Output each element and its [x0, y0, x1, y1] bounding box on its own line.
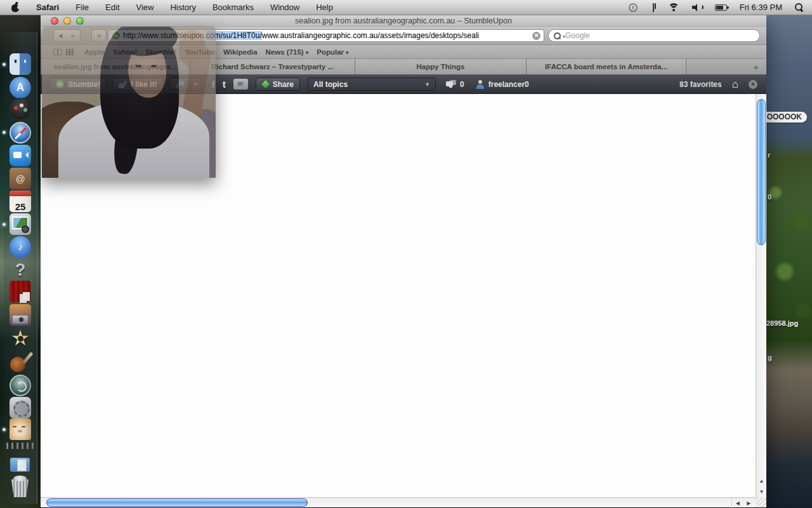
webcam-photo-translucent-region: [42, 27, 216, 94]
running-indicator: [3, 63, 6, 66]
horizontal-scrollbar[interactable]: ◀ ▶: [41, 497, 756, 507]
topics-dropdown[interactable]: All topics ▼: [308, 77, 436, 91]
minimize-window-button[interactable]: [63, 17, 71, 25]
apple-menu-icon[interactable]: [11, 3, 20, 12]
wifi-icon[interactable]: [668, 3, 679, 11]
scroll-down-arrow[interactable]: ▼: [759, 489, 764, 495]
running-indicator: [3, 223, 6, 226]
horizontal-scrollbar-thumb[interactable]: [46, 498, 308, 507]
menu-bar: Safari File Edit View History Bookmarks …: [0, 0, 812, 15]
facetime-icon[interactable]: [10, 145, 31, 166]
home-icon[interactable]: ⌂: [732, 78, 738, 91]
menu-help[interactable]: Help: [316, 3, 333, 12]
time-machine-status-icon[interactable]: [629, 3, 638, 12]
menu-edit[interactable]: Edit: [105, 3, 119, 12]
close-toolbar-icon[interactable]: ×: [749, 80, 757, 89]
favorites-count[interactable]: 83 favorites: [679, 80, 722, 89]
desktop-right-strip: OOOOOK r 0 28958.jpg g: [766, 15, 812, 508]
menu-view[interactable]: View: [136, 3, 154, 12]
window-title: sealion.jpg from australiangeographic.co…: [41, 17, 766, 25]
menu-history[interactable]: History: [170, 3, 195, 12]
dock-divider: [6, 443, 34, 449]
url-text-rest: www.australiangeographic.com.au/assets/i…: [262, 31, 479, 40]
volume-icon[interactable]: [692, 3, 702, 11]
webcam-photo-overlay[interactable]: [42, 27, 216, 178]
clear-url-icon[interactable]: ✕: [532, 32, 540, 40]
address-book-icon[interactable]: @: [10, 168, 31, 189]
window-resize-grip[interactable]: [756, 497, 766, 507]
running-indicator: [3, 428, 6, 431]
email-share-button[interactable]: ✉: [233, 79, 248, 90]
iphoto-icon[interactable]: [10, 213, 31, 235]
webcam-photo-opaque-region: [42, 94, 216, 178]
twitter-share-icon[interactable]: t: [223, 79, 226, 90]
trash-icon[interactable]: [10, 476, 31, 498]
missing-app-icon[interactable]: ?: [10, 259, 31, 281]
bookmark-popular-folder[interactable]: Popular: [317, 48, 348, 56]
vertical-scrollbar[interactable]: ▲ ▼: [756, 94, 766, 497]
safari-icon[interactable]: [10, 122, 31, 144]
chevron-down-icon: ▼: [424, 81, 430, 88]
new-tab-button[interactable]: +: [753, 62, 759, 72]
scroll-right-arrow[interactable]: ▶: [747, 500, 750, 506]
zoom-window-button[interactable]: [76, 17, 84, 25]
ical-icon[interactable]: 25: [10, 190, 31, 212]
cat-photo-icon[interactable]: [10, 418, 31, 440]
comments-count[interactable]: 0: [460, 80, 464, 89]
imovie-icon[interactable]: ★: [10, 327, 31, 349]
image-capture-icon[interactable]: [10, 304, 31, 326]
comments-icon[interactable]: [446, 80, 456, 88]
itunes-icon[interactable]: ♪: [10, 236, 31, 258]
desktop-file-label[interactable]: 28958.jpg: [766, 319, 798, 327]
close-window-button[interactable]: [51, 17, 58, 25]
desktop-file-label[interactable]: r: [768, 151, 770, 159]
scroll-left-arrow[interactable]: ◀: [736, 500, 740, 506]
battery-icon[interactable]: [715, 4, 727, 11]
time-machine-icon[interactable]: [10, 375, 31, 396]
username-label[interactable]: freelancer0: [488, 80, 529, 89]
tab-happy-things[interactable]: Happy Things: [355, 59, 527, 74]
share-gem-icon: [260, 79, 270, 90]
finder-icon[interactable]: [10, 53, 31, 75]
search-placeholder: Google: [565, 31, 590, 40]
running-indicator: [3, 131, 6, 134]
desktop-file-label[interactable]: g: [768, 354, 772, 361]
google-search-field[interactable]: ▼ Google: [548, 29, 760, 42]
menu-app-name[interactable]: Safari: [36, 3, 59, 12]
system-preferences-icon[interactable]: [10, 397, 31, 418]
menu-window[interactable]: Window: [270, 3, 299, 12]
menu-bar-clock[interactable]: Fri 6:39 PM: [740, 3, 782, 12]
menu-file[interactable]: File: [75, 3, 89, 12]
desktop-file-label[interactable]: 0: [768, 193, 771, 201]
documents-folder-icon[interactable]: [10, 453, 31, 474]
bluetooth-icon[interactable]: [650, 3, 655, 12]
tab-ifacca[interactable]: IFACCA board meets in Amsterda...: [527, 59, 686, 74]
garageband-icon[interactable]: [10, 351, 31, 373]
photo-booth-icon[interactable]: [10, 281, 31, 302]
dashboard-icon[interactable]: [10, 98, 31, 119]
bookmark-wikipedia[interactable]: Wikipedia: [223, 48, 258, 56]
search-icon: ▼: [554, 32, 563, 40]
scroll-up-arrow[interactable]: ▲: [759, 478, 764, 484]
user-avatar-icon[interactable]: [476, 80, 485, 89]
desktop-left-strip: A @ 25 ♪ ? ★: [0, 15, 41, 508]
app-store-icon[interactable]: A: [10, 77, 31, 98]
tab-bar-filler: +: [686, 59, 766, 74]
share-button[interactable]: Share: [256, 77, 300, 91]
bookmark-news-folder[interactable]: News (715): [266, 48, 309, 56]
spotlight-icon[interactable]: [795, 3, 803, 11]
title-bar: sealion.jpg from australiangeographic.co…: [41, 15, 766, 27]
vertical-scrollbar-thumb[interactable]: [757, 99, 766, 245]
menu-bookmarks[interactable]: Bookmarks: [213, 3, 254, 12]
